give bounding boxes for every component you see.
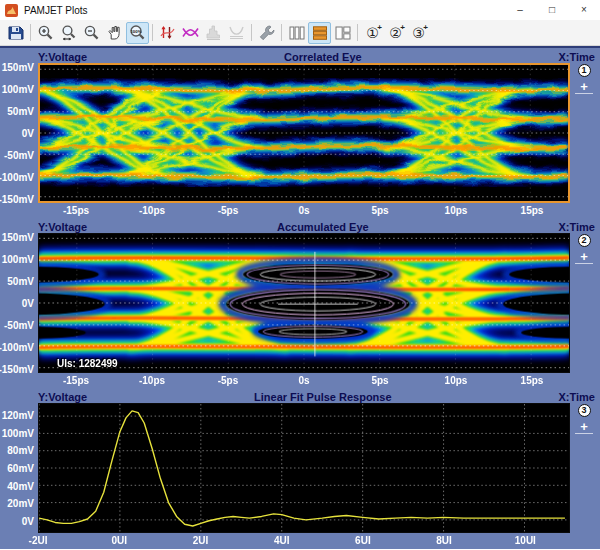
panel-pulse-response: Y:Voltage Linear Fit Pulse Response X:Ti… <box>0 390 600 549</box>
plus-mini-icon: + <box>400 23 405 32</box>
x-tick-label: 4UI <box>274 535 290 546</box>
panel-2-add-button[interactable]: + <box>575 250 593 264</box>
toolbar-separator <box>281 24 282 41</box>
x-tick-label: 8UI <box>436 535 452 546</box>
panel-1-add-button[interactable]: + <box>575 80 593 94</box>
tb-bathtub-plot[interactable] <box>225 22 248 44</box>
close-button[interactable]: × <box>568 0 600 20</box>
x-tick-label: -15ps <box>63 375 89 386</box>
accumulated-eye-plot[interactable]: UIs: 1282499 <box>38 233 570 373</box>
y-tick-label: 120mV <box>2 410 34 421</box>
y-axis-title: Y:Voltage <box>38 51 87 63</box>
y-tick-label: 0V <box>22 515 34 526</box>
toolbar-separator <box>357 24 358 41</box>
tb-zoom-100[interactable]: 100% <box>126 22 149 44</box>
accumulated-eye-canvas <box>39 234 569 372</box>
waveform-icon <box>159 24 176 41</box>
x-tick-label: 15ps <box>521 205 544 216</box>
y-tick-label: 0V <box>22 128 34 139</box>
x-tick-label: 0UI <box>111 535 127 546</box>
pan-hand-icon <box>106 24 123 41</box>
tb-pan[interactable] <box>103 22 126 44</box>
x-tick-label: 6UI <box>355 535 371 546</box>
tb-histogram-plot[interactable] <box>202 22 225 44</box>
zoom-stretch-icon <box>60 24 77 41</box>
y-tick-label: 0V <box>22 298 34 309</box>
minimize-button[interactable]: – <box>504 0 536 20</box>
x-tick-label: 0s <box>298 205 309 216</box>
x-tick-label: 2UI <box>193 535 209 546</box>
svg-text:100%: 100% <box>130 29 141 34</box>
y-tick-label: 150mV <box>2 232 34 243</box>
panel-3-y-tick-labels: 120mV100mV80mV60mV40mV20mV0V <box>0 403 38 533</box>
toolbar: 100% <box>0 20 600 46</box>
tb-settings[interactable] <box>255 22 278 44</box>
correlated-eye-plot[interactable] <box>38 63 570 203</box>
plot-title: Correlated Eye <box>87 51 558 63</box>
wrench-icon <box>258 24 275 41</box>
panel-3-number-badge[interactable]: 3 <box>578 404 591 417</box>
tb-show-plot-3[interactable]: ③ + <box>407 22 430 44</box>
x-tick-label: 15ps <box>521 375 544 386</box>
save-icon <box>8 25 24 41</box>
panel-2-y-tick-labels: 150mV100mV50mV0V-50mV-100mV-150mV <box>0 233 38 373</box>
y-tick-label: 60mV <box>7 463 34 474</box>
layout-rows-icon <box>311 24 329 42</box>
panel-1-number-badge[interactable]: 1 <box>578 64 591 77</box>
panel-1-y-tick-labels: 150mV100mV50mV0V-50mV-100mV-150mV <box>0 63 38 203</box>
pulse-response-plot[interactable] <box>38 403 570 533</box>
zoom-100-icon: 100% <box>129 24 146 41</box>
y-tick-label: 100mV <box>2 254 34 265</box>
x-tick-label: -5ps <box>218 375 239 386</box>
layout-columns-icon <box>288 24 306 42</box>
panel-3-x-tick-labels: -2UI0UI2UI4UI6UI8UI10UI <box>38 533 570 549</box>
tb-show-plot-2[interactable]: ② + <box>384 22 407 44</box>
panel-accumulated-eye: Y:Voltage Accumulated Eye X:Time 150mV10… <box>0 220 600 389</box>
panel-1-rail: 1 + <box>570 63 598 203</box>
tb-layout-columns[interactable] <box>285 22 308 44</box>
layout-grid-icon <box>334 24 352 42</box>
tb-zoom-out[interactable] <box>80 22 103 44</box>
tb-save[interactable] <box>4 22 27 44</box>
maximize-button[interactable]: □ <box>536 0 568 20</box>
y-tick-label: -150mV <box>0 193 34 204</box>
panel-2-number-badge[interactable]: 2 <box>578 234 591 247</box>
plot-title: Accumulated Eye <box>87 221 558 233</box>
panel-1-x-tick-labels: -15ps-10ps-5ps0s5ps10ps15ps <box>38 203 570 219</box>
plus-mini-icon: + <box>377 23 382 32</box>
app-logo-icon <box>5 4 18 17</box>
y-tick-label: 80mV <box>7 445 34 456</box>
y-tick-label: -150mV <box>0 363 34 374</box>
tb-layout-grid[interactable] <box>331 22 354 44</box>
panel-2-x-tick-labels: -15ps-10ps-5ps0s5ps10ps15ps <box>38 373 570 389</box>
panel-2-rail: 2 + <box>570 233 598 373</box>
toolbar-separator <box>251 24 252 41</box>
x-tick-label: -10ps <box>139 375 165 386</box>
y-tick-label: -50mV <box>4 149 34 160</box>
tb-zoom-in[interactable] <box>34 22 57 44</box>
y-tick-label: 20mV <box>7 498 34 509</box>
tb-zoom-x[interactable] <box>57 22 80 44</box>
panel-3-rail: 3 + <box>570 403 598 533</box>
y-axis-title: Y:Voltage <box>38 221 87 233</box>
tb-eye-plot[interactable] <box>179 22 202 44</box>
x-tick-label: 5ps <box>371 375 388 386</box>
y-tick-label: 150mV <box>2 62 34 73</box>
x-tick-label: 0s <box>298 375 309 386</box>
x-axis-title: X:Time <box>559 221 595 233</box>
y-tick-label: 100mV <box>2 427 34 438</box>
x-tick-label: 5ps <box>371 205 388 216</box>
x-axis-title: X:Time <box>559 51 595 63</box>
panel-3-add-button[interactable]: + <box>575 420 593 434</box>
correlated-eye-canvas <box>40 65 568 201</box>
y-tick-label: -50mV <box>4 319 34 330</box>
x-tick-label: 10ps <box>445 375 468 386</box>
window-title: PAMJET Plots <box>24 5 88 16</box>
x-tick-label: -10ps <box>139 205 165 216</box>
tb-layout-rows[interactable] <box>308 22 331 44</box>
tb-show-plot-1[interactable]: ① + <box>361 22 384 44</box>
tb-signal-plot[interactable] <box>156 22 179 44</box>
y-tick-label: 50mV <box>7 106 34 117</box>
x-tick-label: 10UI <box>515 535 536 546</box>
y-tick-label: -100mV <box>0 341 34 352</box>
